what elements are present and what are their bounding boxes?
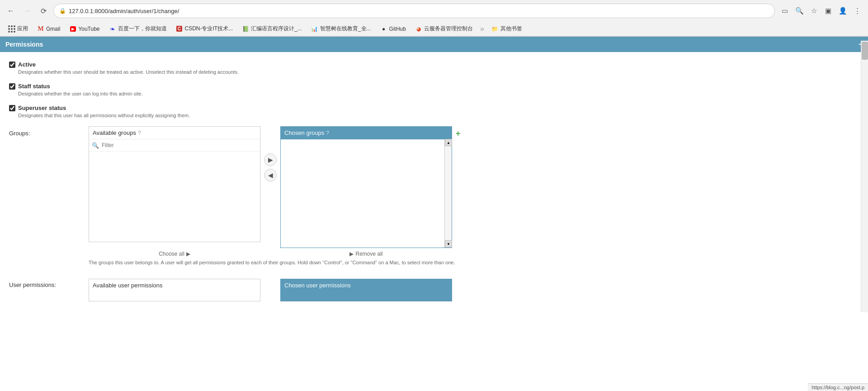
user-permissions-spacer bbox=[264, 279, 277, 301]
bookmark-github-label: GitHub bbox=[389, 26, 406, 32]
status-url: https://blog.c...ng/post.p bbox=[811, 385, 864, 390]
chosen-user-permissions-box: Chosen user permissions bbox=[280, 279, 452, 301]
bookmark-baidu[interactable]: ❧ 百度一下，你就知道 bbox=[105, 24, 170, 34]
remove-all-label: Remove all bbox=[355, 251, 382, 257]
bookmark-separator: » bbox=[480, 25, 484, 33]
cloud-icon: ◕ bbox=[415, 25, 422, 33]
tabs-icon[interactable]: ▣ bbox=[822, 5, 835, 17]
chosen-groups-header: Chosen groups ? bbox=[281, 127, 452, 139]
available-groups-help-icon[interactable]: ? bbox=[138, 130, 141, 136]
bookmark-youtube-label: YouTube bbox=[78, 26, 99, 32]
available-groups-title: Available groups bbox=[93, 129, 136, 136]
bookmark-other[interactable]: 📁 其他书签 bbox=[488, 24, 526, 34]
chart-icon: 📊 bbox=[311, 25, 318, 33]
bookmark-apps[interactable]: 应用 bbox=[5, 24, 32, 34]
bookmark-csdn[interactable]: C CSDN-专业IT技术... bbox=[172, 24, 237, 34]
bookmark-apps-label: 应用 bbox=[17, 25, 28, 33]
page-content: Permissions − Active Designates whether … bbox=[0, 37, 868, 391]
groups-help-text: The groups this user belongs to. A user … bbox=[89, 260, 455, 265]
browser-chrome: ← → ⟳ 🔒 ▭ 🔍 ☆ ▣ 👤 ⋮ 应用 bbox=[0, 0, 868, 37]
remove-all-icon: ▶ bbox=[349, 251, 354, 257]
folder-icon: 📁 bbox=[491, 25, 499, 33]
superuser-status-help: Designates that this user has all permis… bbox=[18, 113, 859, 118]
bookmark-icon[interactable]: ☆ bbox=[807, 5, 820, 17]
chosen-scrollbar: ▲ ▼ bbox=[444, 139, 452, 248]
chosen-groups-select[interactable] bbox=[281, 139, 444, 248]
bookmark-other-label: 其他书签 bbox=[500, 25, 522, 33]
lock-icon: 🔒 bbox=[59, 8, 66, 14]
url-bar: 🔒 bbox=[53, 4, 775, 18]
add-group-icon[interactable]: + bbox=[456, 129, 461, 138]
available-groups-header: Available groups ? bbox=[89, 127, 260, 139]
back-button[interactable]: ← bbox=[5, 5, 17, 17]
staff-status-checkbox[interactable] bbox=[9, 83, 15, 90]
remove-all-button[interactable]: ▶ Remove all bbox=[349, 251, 382, 257]
chosen-scroll-down[interactable]: ▼ bbox=[445, 240, 452, 248]
chosen-groups-help-icon[interactable]: ? bbox=[326, 130, 329, 136]
bookmark-book[interactable]: 📗 汇编语言程序设计_... bbox=[238, 24, 306, 34]
chosen-scroll-up[interactable]: ▲ bbox=[445, 139, 452, 146]
bookmarks-bar: 应用 M Gmail ▶ YouTube ❧ 百度一下，你就知道 C CSDN-… bbox=[0, 22, 868, 36]
groups-container: Available groups ? 🔍 ▶ bbox=[89, 126, 461, 248]
move-buttons-spacer bbox=[264, 251, 277, 257]
superuser-status-field-row: Superuser status Designates that this us… bbox=[9, 105, 859, 118]
staff-status-label-text: Staff status bbox=[18, 83, 50, 90]
page-scrollbar[interactable] bbox=[861, 41, 868, 312]
available-user-permissions-box: Available user permissions bbox=[89, 279, 260, 301]
active-field-row: Active Designates whether this user shou… bbox=[9, 61, 859, 75]
bookmark-book-label: 汇编语言程序设计_... bbox=[251, 25, 302, 33]
choose-all-container: Choose all ▶ bbox=[89, 251, 260, 257]
user-permissions-label: User permissions: bbox=[9, 279, 81, 288]
chosen-groups-area: Chosen groups ? ▲ ▼ + bbox=[280, 126, 461, 248]
bulk-actions-row: Choose all ▶ ▶ Remove all bbox=[89, 251, 461, 257]
chosen-groups-title: Chosen groups bbox=[284, 129, 324, 136]
url-input[interactable] bbox=[69, 8, 769, 14]
superuser-status-checkbox[interactable] bbox=[9, 105, 15, 111]
filter-row: 🔍 bbox=[89, 139, 260, 151]
choose-all-icon: ▶ bbox=[186, 251, 190, 257]
groups-label: Groups: bbox=[9, 126, 81, 137]
bookmark-gmail[interactable]: M Gmail bbox=[33, 24, 64, 34]
available-user-permissions-header: Available user permissions bbox=[89, 279, 260, 291]
bookmark-zhihushu[interactable]: 📊 智慧树在线教育_全... bbox=[307, 24, 375, 34]
superuser-status-label[interactable]: Superuser status bbox=[9, 105, 859, 111]
apps-icon bbox=[8, 25, 15, 33]
permissions-title: Permissions bbox=[5, 41, 43, 48]
bookmark-github[interactable]: ● GitHub bbox=[377, 24, 410, 34]
scrollbar-thumb[interactable] bbox=[862, 42, 868, 60]
active-help: Designates whether this user should be t… bbox=[18, 69, 859, 75]
forward-button[interactable]: → bbox=[21, 5, 33, 17]
gmail-icon: M bbox=[37, 25, 44, 33]
active-label[interactable]: Active bbox=[9, 61, 859, 68]
csdn-icon: C bbox=[176, 25, 183, 33]
baidu-icon: ❧ bbox=[109, 25, 116, 33]
filter-search-icon: 🔍 bbox=[92, 142, 99, 149]
reload-button[interactable]: ⟳ bbox=[37, 5, 50, 17]
staff-status-label[interactable]: Staff status bbox=[9, 83, 859, 90]
bottom-section: User permissions: Available user permiss… bbox=[0, 279, 868, 306]
groups-row: Groups: Available groups ? 🔍 bbox=[9, 126, 859, 265]
move-right-button[interactable]: ▶ bbox=[264, 153, 277, 166]
search-icon[interactable]: 🔍 bbox=[793, 5, 806, 17]
status-bar: https://blog.c...ng/post.p bbox=[808, 383, 868, 391]
browser-icons: ▭ 🔍 ☆ ▣ 👤 ⋮ bbox=[778, 5, 863, 17]
move-buttons: ▶ ◀ bbox=[264, 126, 277, 181]
bookmark-zhihushu-label: 智慧树在线教育_全... bbox=[320, 25, 371, 33]
bookmark-cloud[interactable]: ◕ 云服务器管理控制台 bbox=[411, 24, 476, 34]
active-checkbox[interactable] bbox=[9, 62, 15, 68]
choose-all-button[interactable]: Choose all ▶ bbox=[159, 251, 190, 257]
bookmark-baidu-label: 百度一下，你就知道 bbox=[118, 25, 167, 33]
bookmark-cloud-label: 云服务器管理控制台 bbox=[424, 25, 473, 33]
permissions-body: Active Designates whether this user shou… bbox=[0, 52, 868, 274]
browser-toolbar: ← → ⟳ 🔒 ▭ 🔍 ☆ ▣ 👤 ⋮ bbox=[0, 0, 868, 22]
superuser-status-label-text: Superuser status bbox=[18, 105, 66, 111]
filter-input[interactable] bbox=[101, 141, 257, 149]
profile-icon[interactable]: 👤 bbox=[836, 5, 849, 17]
available-groups-select[interactable] bbox=[89, 151, 260, 242]
user-permissions-row: User permissions: Available user permiss… bbox=[9, 279, 859, 301]
move-left-button[interactable]: ◀ bbox=[264, 169, 277, 181]
menu-icon[interactable]: ⋮ bbox=[851, 5, 863, 17]
cast-icon[interactable]: ▭ bbox=[778, 5, 791, 17]
bookmark-youtube[interactable]: ▶ YouTube bbox=[66, 24, 103, 34]
chosen-groups-box: Chosen groups ? ▲ ▼ bbox=[280, 126, 452, 248]
